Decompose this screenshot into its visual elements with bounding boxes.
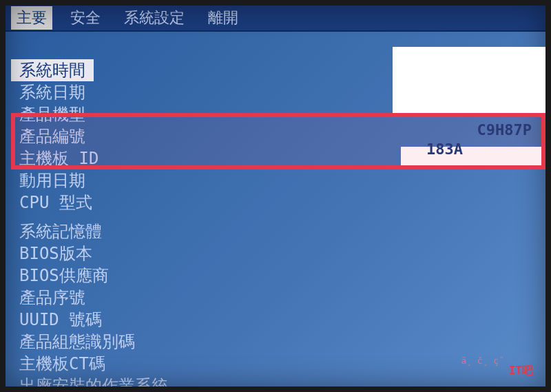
row-product-number: 產品編號 [11,125,545,147]
row-cpu-type: CPU 型式 [11,192,545,214]
row-born-date: 動用日期 [11,169,545,192]
row-product-serial: 產品序號 [11,287,545,309]
watermark-brand: IT吧 [509,364,533,378]
row-bios-version: BIOS版本 [11,243,545,265]
watermark-chars: ä¸ č¸ ç˝ [461,355,504,366]
menu-security[interactable]: 安全 [65,6,106,30]
row-uuid: UUID 號碼 [11,309,545,331]
row-product-config-id: 產品組態識別碼 [11,331,545,353]
redaction-box-top [393,47,545,117]
bios-menu-bar: 主要 安全 系統設定 離開 [6,6,545,32]
menu-exit[interactable]: 離開 [202,6,244,30]
value-product-number: C9H87P [477,121,532,138]
menu-system-config[interactable]: 系統設定 [118,6,190,30]
value-motherboard-id: 183A [426,141,463,158]
row-system-memory: 系統記憶體 [11,220,545,243]
row-factory-os: 出廠安裝的作業系統 [11,375,545,392]
row-system-time[interactable]: 系統時間 [11,59,94,81]
menu-main[interactable]: 主要 [11,6,52,30]
redaction-box-mid [401,147,545,166]
row-bios-vendor: BIOS供應商 [11,265,545,287]
